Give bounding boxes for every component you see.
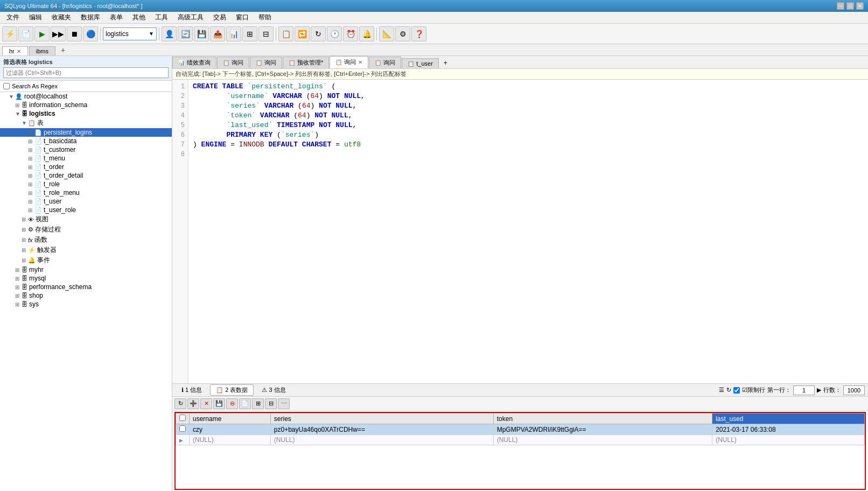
toggle-role-menu[interactable]: ⊞: [28, 190, 34, 196]
tree-item-t-order-detail[interactable]: ⊞ 📄 t_order_detail: [0, 171, 172, 180]
more-button[interactable]: ⋯: [278, 398, 290, 409]
delete-row-button[interactable]: ✕: [200, 398, 212, 409]
toggle-functions[interactable]: ⊞: [22, 237, 28, 243]
row-check-2[interactable]: ▶: [176, 435, 190, 445]
menu-tools[interactable]: 工具: [151, 12, 172, 23]
table-row[interactable]: czy pz0+bayUa46qo0XATrCDHw== MpGMPVA2WDR…: [176, 424, 865, 435]
help-button[interactable]: ❓: [411, 26, 426, 41]
toggle-customer[interactable]: ⊞: [28, 147, 34, 153]
settings-button[interactable]: ⚙: [395, 26, 410, 41]
cell-token-2[interactable]: (NULL): [493, 435, 712, 445]
query-tab-0[interactable]: 📊 绩效查询: [172, 57, 216, 68]
minimize-button[interactable]: —: [837, 2, 844, 10]
limit-rows-checkbox[interactable]: [733, 387, 740, 394]
tree-item-views-group[interactable]: ⊞ 👁 视图: [0, 214, 172, 225]
tree-item-myhr[interactable]: ⊞ 🗄 myhr: [0, 265, 172, 274]
query-tab-3[interactable]: 📋 预收管理*: [283, 57, 329, 68]
toggle-sys[interactable]: ⊞: [15, 301, 22, 307]
import-button[interactable]: ⊞: [242, 26, 257, 41]
cell-username-2[interactable]: (NULL): [190, 435, 271, 445]
tree-item-t-user-role[interactable]: ⊞ 📄 t_user_role: [0, 206, 172, 214]
refresh-button[interactable]: ↻: [311, 26, 326, 41]
tree-item-perf-schema[interactable]: ⊞ 🗄 performance_schema: [0, 283, 172, 291]
tree-item-t-role[interactable]: ⊞ 📄 t_role: [0, 180, 172, 188]
tree-item-t-menu[interactable]: ⊞ 📄 t_menu: [0, 154, 172, 163]
cell-token-1[interactable]: MpGMPVA2WDRI/iK9ttGgiA==: [493, 424, 712, 435]
toggle-basicdata[interactable]: ⊞: [28, 138, 34, 144]
tree-item-t-customer[interactable]: ⊞ 📄 t_customer: [0, 145, 172, 154]
tree-item-t-order[interactable]: ⊞ 📄 t_order: [0, 163, 172, 171]
col-header-check[interactable]: [176, 413, 190, 424]
cell-last-used-2[interactable]: (NULL): [712, 435, 865, 445]
toggle-mysql[interactable]: ⊞: [15, 276, 22, 282]
col-header-username[interactable]: username: [190, 413, 271, 424]
toggle-myhr[interactable]: ⊞: [15, 267, 22, 273]
query-tab-2[interactable]: 📋 询问: [250, 57, 282, 68]
menu-file[interactable]: 文件: [2, 12, 24, 23]
tree-item-information-schema[interactable]: ⊞ 🗄 information_schema: [0, 101, 172, 109]
close-button[interactable]: ✕: [856, 2, 864, 10]
db-tab-hr[interactable]: hr ✕: [2, 46, 28, 55]
first-row-input[interactable]: [793, 385, 815, 395]
result-tab-info2[interactable]: ⚠ 3 信息: [256, 384, 291, 396]
tree-item-logistics[interactable]: ▼ 🗄 logistics: [0, 109, 172, 118]
user-manager-button[interactable]: 👤: [162, 26, 177, 41]
query-tab-4-close[interactable]: ✕: [358, 59, 362, 65]
cell-series-2[interactable]: (NULL): [270, 435, 493, 445]
query-tab-4[interactable]: 📋 询问 ✕: [330, 56, 368, 68]
tree-item-mysql[interactable]: ⊞ 🗄 mysql: [0, 274, 172, 283]
cell-username-1[interactable]: czy: [190, 424, 271, 435]
toggle-logistics[interactable]: ▼: [15, 111, 22, 117]
menu-edit[interactable]: 编辑: [25, 12, 46, 23]
toggle-order[interactable]: ⊞: [28, 164, 34, 170]
row-count-input[interactable]: [843, 385, 865, 395]
history-button[interactable]: 🕐: [327, 26, 342, 41]
cell-last-used-1[interactable]: 2021-03-17 06:33:08: [712, 424, 865, 435]
schema-sync-button[interactable]: 🔄: [178, 26, 193, 41]
code-editor[interactable]: 1 2 3 4 5 6 7 8 CREATE TABLE `persistent…: [172, 80, 868, 383]
select-all-checkbox[interactable]: [179, 415, 186, 421]
tree-item-root[interactable]: ▼ 👤 root@localhost: [0, 92, 172, 101]
toggle-user[interactable]: ⊞: [28, 199, 34, 205]
toggle-order-detail[interactable]: ⊞: [28, 173, 34, 179]
col-header-last-used[interactable]: last_used: [712, 413, 865, 424]
row-check-1[interactable]: [176, 424, 190, 435]
toggle-tables[interactable]: ▼: [22, 120, 28, 126]
menu-transaction[interactable]: 交易: [209, 12, 230, 23]
toggle-views[interactable]: ⊞: [22, 216, 28, 222]
add-row-button[interactable]: ➕: [187, 398, 199, 409]
refresh-icon[interactable]: ↻: [726, 387, 731, 394]
discard-button[interactable]: ⊖: [226, 398, 238, 409]
search-regex-checkbox[interactable]: [3, 83, 10, 89]
sync-button[interactable]: 🔁: [295, 26, 310, 41]
menu-table[interactable]: 表单: [106, 12, 127, 23]
toggle-role[interactable]: ⊞: [28, 181, 34, 187]
refresh-data-button[interactable]: ↻: [174, 398, 186, 409]
maximize-button[interactable]: □: [846, 2, 854, 10]
execute-button[interactable]: ▶: [34, 26, 50, 41]
toggle-root[interactable]: ▼: [9, 94, 15, 100]
export-csv-button[interactable]: 📄: [239, 398, 251, 409]
toggle-shop[interactable]: ⊞: [15, 293, 22, 299]
table-row[interactable]: ▶ (NULL) (NULL) (NULL) (NULL): [176, 435, 865, 445]
export-button[interactable]: 📊: [226, 26, 241, 41]
tree-item-shop[interactable]: ⊞ 🗄 shop: [0, 291, 172, 300]
copy-table-button[interactable]: 📋: [278, 26, 293, 41]
grid-button[interactable]: ⊟: [258, 26, 274, 41]
toggle-info[interactable]: ⊞: [15, 102, 22, 108]
query-tab-add-button[interactable]: +: [439, 58, 452, 68]
performance-button[interactable]: 🔵: [83, 26, 98, 41]
query-tab-5[interactable]: 📋 询问: [369, 57, 401, 68]
result-tab-data[interactable]: 📋 2 表数据: [210, 384, 254, 396]
db-tab-ibms[interactable]: ibms: [29, 46, 55, 55]
tree-item-t-user[interactable]: ⊞ 📄 t_user: [0, 197, 172, 206]
database-dropdown[interactable]: logistics ▼: [103, 27, 157, 40]
toggle-menu[interactable]: ⊞: [28, 156, 34, 162]
toggle-procedures[interactable]: ⊞: [22, 227, 28, 233]
col-header-token[interactable]: token: [493, 413, 712, 424]
db-tab-add-button[interactable]: +: [57, 45, 69, 55]
new-connection-button[interactable]: ⚡: [2, 26, 17, 41]
query-tab-1[interactable]: 📋 询问: [217, 57, 249, 68]
format-button[interactable]: 📐: [379, 26, 394, 41]
menu-other[interactable]: 其他: [128, 12, 150, 23]
